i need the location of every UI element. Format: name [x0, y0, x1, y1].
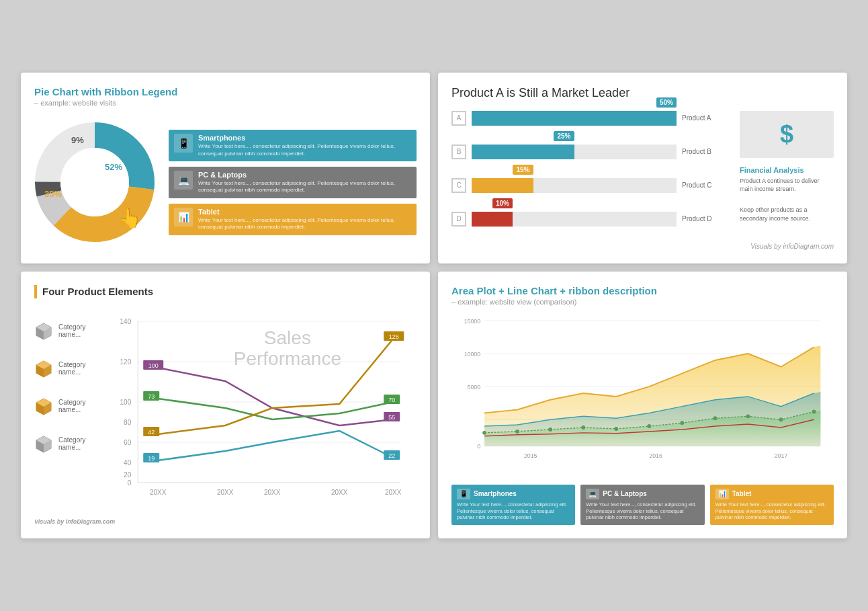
- financial-analysis: Financial Analysis Product A continues t…: [740, 166, 834, 222]
- legend-pclaptops: 💻 PC & Laptops Write Your text here..., …: [169, 167, 417, 198]
- svg-text:20XX: 20XX: [385, 489, 402, 496]
- area-chart-container: 15000 10000 5000 0 2015 2016 2017: [451, 313, 834, 477]
- card2-footer: Visuals by infoDiagram.com: [451, 243, 834, 250]
- cube-icon-1: [34, 321, 53, 340]
- card4-legend: 📱 Smartphones Write Your text here..., c…: [451, 485, 834, 525]
- svg-text:15000: 15000: [464, 318, 481, 325]
- area-chart-svg: 15000 10000 5000 0 2015 2016 2017: [451, 313, 834, 474]
- legend4-smartphones-desc: Write Your text here..., consectetur adi…: [457, 501, 570, 521]
- svg-text:20XX: 20XX: [217, 489, 234, 496]
- financial-text1: Product A continues to deliver main inco…: [740, 177, 834, 194]
- pie-labels: 52% 35% 9% 👆: [34, 122, 155, 243]
- product-label-3: Categoryname...: [58, 399, 86, 413]
- product-item-2: Categoryname...: [34, 359, 86, 378]
- svg-text:100: 100: [120, 399, 131, 406]
- legend4-smartphones-title: Smartphones: [474, 490, 517, 497]
- financial-text2: Keep other products as a secondary incom…: [740, 206, 834, 222]
- product-label-4: Categoryname...: [58, 436, 86, 451]
- pct-52-label: 52%: [105, 162, 122, 172]
- hand-icon: 👆: [118, 207, 142, 229]
- legend-pclaptops-title: PC & Laptops: [198, 171, 411, 179]
- legend-items: 📱 Smartphones Write Your text here..., c…: [169, 130, 417, 235]
- svg-text:70: 70: [388, 397, 395, 403]
- svg-text:42: 42: [148, 429, 155, 436]
- cube-icon-3: [34, 397, 53, 415]
- svg-point-73: [515, 430, 519, 434]
- card1-title: Pie Chart with Ribbon Legend: [34, 86, 417, 97]
- svg-text:0: 0: [127, 479, 131, 487]
- laptop-icon: 💻: [174, 171, 193, 190]
- product-item-4: Categoryname...: [34, 434, 86, 453]
- cube-icon-2: [34, 359, 53, 378]
- svg-text:120: 120: [120, 358, 131, 366]
- svg-point-81: [779, 417, 783, 421]
- line-chart-container: SalesPerformance 140 120 100 80 60: [94, 308, 417, 513]
- svg-text:20XX: 20XX: [264, 489, 281, 496]
- bar-product-c: Product C: [682, 181, 729, 189]
- bar-label-c: C: [451, 178, 466, 193]
- card-area-plot: Area Plot + Line Chart + ribbon descript…: [438, 272, 847, 538]
- dollar-box: $: [740, 111, 834, 158]
- svg-text:80: 80: [124, 419, 132, 426]
- legend4-smartphones: 📱 Smartphones Write Your text here..., c…: [451, 485, 575, 525]
- bar-fill-b: 25%: [472, 145, 574, 159]
- legend-smartphones: 📱 Smartphones Write Your text here..., c…: [169, 130, 417, 161]
- legend4-pclaptops-title: PC & Laptops: [603, 490, 647, 497]
- bar-product-b: Product B: [682, 148, 729, 155]
- bar-product-a: Product A: [682, 114, 729, 122]
- svg-text:20XX: 20XX: [331, 489, 348, 496]
- legend-smartphones-desc: Write Your text here..., consectetur adi…: [198, 143, 411, 157]
- card3-body: Categoryname... Categoryname...: [34, 308, 417, 513]
- svg-text:19: 19: [148, 455, 155, 462]
- bar-row-b: B 25% Product B: [451, 145, 729, 159]
- svg-text:0: 0: [477, 443, 480, 450]
- bar-product-d: Product D: [682, 215, 729, 222]
- svg-point-79: [713, 416, 717, 420]
- bar-pct-b: 25%: [554, 131, 574, 141]
- product-item-1: Categoryname...: [34, 321, 86, 340]
- bar-row-c: C 15% Product C: [451, 178, 729, 193]
- svg-text:55: 55: [388, 414, 395, 421]
- svg-text:2017: 2017: [775, 452, 788, 459]
- svg-point-74: [548, 427, 552, 432]
- card4-title: Area Plot + Line Chart + ribbon descript…: [451, 285, 834, 296]
- legend4-tablet: 📊 Tablet Write Your text here..., consec…: [710, 485, 834, 525]
- bar-row-a: A 50% Product A: [451, 111, 729, 126]
- bar-track-b: 25%: [472, 145, 677, 159]
- svg-point-78: [680, 421, 684, 425]
- cube-icon-4: [34, 434, 53, 453]
- smartphone-icon: 📱: [174, 134, 193, 153]
- svg-text:125: 125: [388, 333, 398, 340]
- product-label-2: Categoryname...: [58, 361, 86, 376]
- legend4-smartphone-icon: 📱: [457, 489, 470, 499]
- svg-point-76: [614, 427, 618, 431]
- legend-pclaptops-desc: Write Your text here..., consectetur adi…: [198, 180, 411, 194]
- legend-tablet: 📊 Tablet Write Your text here..., consec…: [169, 204, 417, 235]
- card3-header: Four Product Elements: [34, 285, 417, 298]
- bar-label-d: D: [451, 212, 466, 227]
- bar-row-d: D 10% Product D: [451, 212, 729, 227]
- bar-track-d: 10%: [472, 212, 677, 227]
- bar-chart-area: A 50% Product A B 25% Produ: [451, 111, 729, 235]
- card2-title: Product A is Still a Market Leader: [451, 86, 834, 100]
- svg-text:2016: 2016: [649, 452, 662, 459]
- svg-text:40: 40: [124, 459, 132, 466]
- svg-point-82: [812, 409, 816, 413]
- card3-footer: Visuals by infoDiagram.com: [34, 518, 417, 525]
- card1-body: 52% 35% 9% 👆 📱 Smartphones Write Your te…: [34, 115, 417, 250]
- legend4-pclaptops-desc: Write Your text here..., consectetur adi…: [586, 501, 699, 521]
- product-item-3: Categoryname...: [34, 397, 86, 415]
- svg-text:73: 73: [148, 393, 155, 400]
- bar-label-a: A: [451, 111, 466, 126]
- bar-pct-c: 15%: [513, 165, 533, 175]
- card-pie-chart: Pie Chart with Ribbon Legend – example: …: [21, 73, 430, 263]
- legend-smartphones-title: Smartphones: [198, 134, 411, 142]
- svg-text:140: 140: [120, 318, 131, 325]
- card-four-products: Four Product Elements Categoryname...: [21, 272, 430, 538]
- legend4-tablet-title: Tablet: [732, 490, 752, 497]
- bar-pct-d: 10%: [492, 198, 513, 208]
- card4-subtitle: – example: website view (comparison): [451, 298, 834, 306]
- svg-point-72: [482, 431, 486, 435]
- card1-subtitle: – example: website visits: [34, 99, 417, 107]
- line-chart-svg: 140 120 100 80 60 40 20 0 20XX 20XX 20XX…: [94, 308, 417, 510]
